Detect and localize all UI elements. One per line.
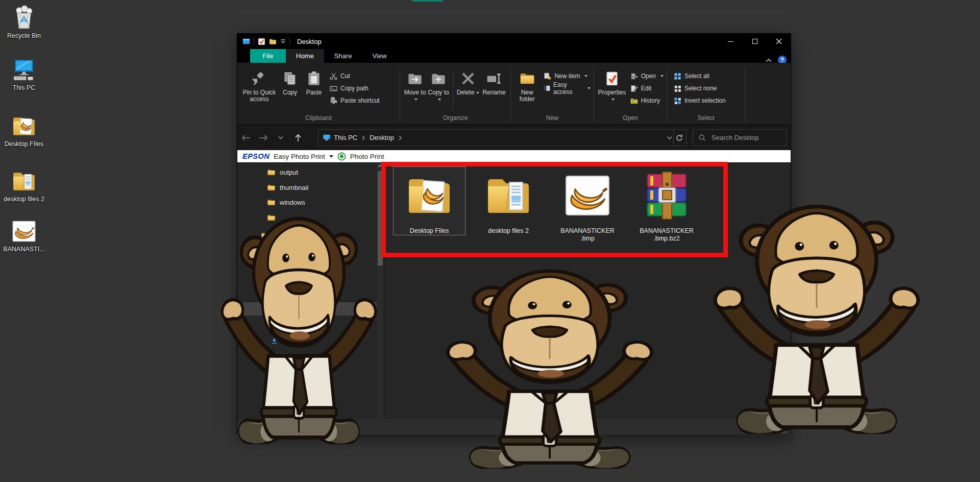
folder-docs-icon (473, 167, 544, 224)
epson-logo: EPSON (242, 152, 270, 160)
sidebar-item-output[interactable]: output (237, 165, 377, 179)
close-icon (776, 38, 782, 44)
customize-qat-chevron-icon[interactable] (280, 39, 286, 43)
banana-image-icon (2, 216, 46, 244)
banana-image-icon (11, 219, 37, 244)
desktop-icon-this-pc[interactable]: This PC (2, 55, 46, 91)
invert-selection-icon (673, 97, 682, 105)
search-box[interactable]: Search Desktop (693, 129, 787, 146)
window-title: Desktop (297, 38, 322, 45)
move-to-icon (407, 70, 423, 87)
ribbon-button-copy-to[interactable]: Copy to (427, 68, 450, 103)
divider (289, 37, 290, 45)
chevron-right-icon[interactable] (360, 135, 366, 140)
back-button[interactable] (237, 130, 255, 146)
taskbar-accent-line (412, 0, 443, 2)
delete-icon (460, 70, 476, 87)
copy-icon (282, 70, 298, 87)
folder-docs-icon (2, 166, 46, 194)
ribbon-button-new-item[interactable]: New item (543, 71, 591, 81)
ribbon-button-properties[interactable]: Properties (597, 68, 627, 103)
refresh-icon[interactable] (675, 133, 684, 142)
sidebar-item-label: output (280, 168, 298, 176)
tab-file[interactable]: File (250, 49, 286, 63)
desktop-icon-desktop-files-2[interactable]: desktop files 2 (2, 166, 46, 203)
ribbon-button-edit[interactable]: Edit (630, 83, 664, 93)
divider (745, 68, 745, 123)
close-button[interactable] (767, 34, 791, 49)
desktop-icon-recycle-bin[interactable]: Recycle Bin (2, 3, 46, 39)
ribbon-button-select-all[interactable]: Select all (673, 71, 726, 81)
quick-access-toolbar (237, 37, 290, 45)
address-bar[interactable]: This PC Desktop (318, 129, 687, 146)
ribbon-button-select-none[interactable]: Select none (673, 83, 726, 93)
address-dropdown-chevron-icon[interactable] (667, 136, 672, 140)
ribbon-button-cut[interactable]: Cut (329, 71, 380, 81)
caret-down-icon (438, 99, 441, 101)
recent-locations-button[interactable] (272, 130, 289, 146)
ribbon-button-label: Copy (283, 89, 297, 96)
tab-share[interactable]: Share (324, 49, 362, 63)
forward-button[interactable] (255, 130, 272, 146)
divider (453, 70, 453, 110)
ribbon-button-paste-shortcut[interactable]: Paste shortcut (329, 95, 380, 106)
recycle-bin-icon (2, 3, 46, 31)
ribbon-button-move-to[interactable]: Move to (403, 68, 427, 103)
file-item-desktop-files[interactable]: Desktop FIles (394, 167, 465, 235)
monkey-plush-overlay-left (211, 204, 387, 444)
ribbon-button-label: Cut (340, 73, 350, 80)
chevron-right-icon[interactable] (397, 135, 403, 140)
epson-toolbar: EPSON Easy Photo Print Photo Print (237, 150, 791, 163)
desktop-icon-bananasti-[interactable]: BANANASTI... (2, 216, 46, 253)
ribbon-group-select: Select allSelect noneInvert selectionSel… (667, 67, 745, 125)
back-arrow-icon (241, 134, 251, 141)
ribbon-button-delete[interactable]: Delete (456, 68, 480, 96)
minimize-button[interactable] (719, 34, 743, 49)
ribbon-button-pin-to-quick-access[interactable]: Pin to Quick access (240, 68, 278, 103)
desktop-icon-desktop-files[interactable]: Desktop FIles (2, 111, 46, 148)
epson-dropdown-caret-icon[interactable] (329, 155, 333, 158)
breadcrumb-desktop[interactable]: Desktop (366, 134, 397, 141)
minimize-ribbon-chevron-icon[interactable] (766, 58, 772, 62)
desktop-location-icon (323, 134, 331, 141)
ribbon-button-new-folder[interactable]: New folder (514, 68, 540, 103)
desktop-icon-label: This PC (2, 84, 46, 91)
maximize-button[interactable] (743, 34, 767, 49)
paste-shortcut-icon (329, 97, 338, 105)
tab-home[interactable]: Home (286, 49, 324, 63)
ribbon-button-label: Pin to Quick access (240, 89, 278, 103)
file-item-bananasticker-bmp-bz2[interactable]: BANANASTICKER.bmp.bz2 (631, 167, 702, 243)
ribbon-button-invert-selection[interactable]: Invert selection (673, 95, 726, 106)
search-placeholder: Search Desktop (712, 134, 759, 141)
new-folder-quick-icon[interactable] (269, 38, 277, 45)
folder-icon (267, 168, 276, 177)
up-button[interactable] (289, 130, 307, 146)
ribbon-button-easy-access[interactable]: Easy access (543, 83, 591, 93)
scroll-up-chevron-icon[interactable] (377, 164, 383, 168)
ribbon-button-open[interactable]: Open (630, 71, 664, 81)
breadcrumb-this-pc[interactable]: This PC (331, 134, 360, 141)
ribbon-button-copy[interactable]: Copy (278, 68, 302, 96)
copy-path-icon (329, 84, 338, 93)
ribbon: Pin to Quick accessCopyPasteCutCopy path… (237, 63, 791, 125)
ribbon-button-copy-path[interactable]: Copy path (329, 83, 380, 93)
photo-print-button[interactable]: Photo Print (350, 153, 384, 160)
ribbon-button-label: Move to (403, 89, 427, 103)
ribbon-button-rename[interactable]: Rename (480, 68, 508, 96)
rename-icon (486, 70, 502, 87)
ribbon-button-label: Edit (641, 85, 652, 92)
ribbon-button-label: Paste (306, 89, 322, 96)
tab-view[interactable]: View (362, 49, 397, 63)
file-item-desktop-files-2[interactable]: desktop files 2 (473, 167, 544, 235)
ribbon-button-label: Select none (684, 85, 717, 92)
properties-icon (604, 70, 620, 87)
file-item-label: BANANASTICKER.bmp.bz2 (631, 227, 702, 243)
sidebar-item-thumbnail[interactable]: thumbnail (237, 181, 377, 194)
properties-quick-icon[interactable] (258, 38, 265, 45)
ribbon-button-history[interactable]: History (630, 95, 664, 106)
ribbon-button-paste[interactable]: Paste (302, 68, 326, 96)
caret-down-icon (611, 99, 615, 101)
file-item-bananasticker-bmp[interactable]: BANANASTICKER.bmp (552, 167, 623, 243)
select-none-icon (673, 84, 682, 93)
ribbon-group-organize: Move toCopy toDeleteRenameOrganize (400, 67, 510, 125)
